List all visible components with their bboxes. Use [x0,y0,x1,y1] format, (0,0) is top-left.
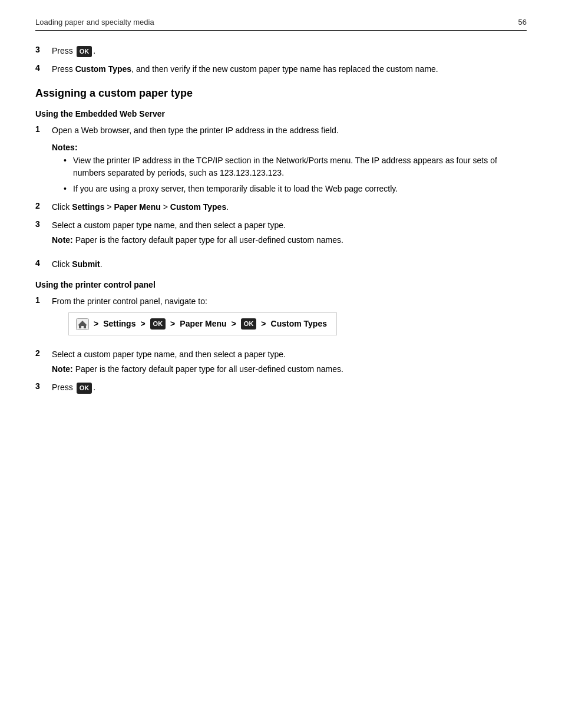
web-step-2-paper-menu: Paper Menu [114,202,160,212]
panel-step-2-note-label: Note: [52,364,73,374]
web-step-3-content: Select a custom paper type name, and the… [52,219,527,252]
web-step-2-custom-types: Custom Types [170,202,226,212]
panel-step-3-ok: OK [77,383,92,394]
step-3-top-content: Press OK. [52,45,527,57]
home-icon [76,318,89,330]
web-step-2-sep1: > [104,202,114,212]
panel-step-number-3: 3 [35,381,47,391]
step-3-top: 3 Press OK. [35,45,527,57]
subsection-control-panel: Using the printer control panel 1 From t… [35,280,527,394]
nav-sep-4: > [232,318,236,330]
step-4-top-content: Press Custom Types, and then verify if t… [52,63,527,75]
web-step-2: 2 Click Settings > Paper Menu > Custom T… [35,201,527,213]
web-step-2-content: Click Settings > Paper Menu > Custom Typ… [52,201,527,213]
web-step-4-submit: Submit [72,259,100,269]
web-step-3-note-text: Paper is the factory default paper type … [73,235,343,245]
web-step-2-click: Click [52,202,72,212]
web-step-number-3: 3 [35,219,47,229]
panel-step-1-text: From the printer control panel, navigate… [52,295,527,308]
page-container: Loading paper and specialty media 56 3 P… [0,0,562,423]
web-step-2-period: . [226,202,229,212]
nav-sep-3: > [170,318,175,330]
notes-label: Notes: [52,143,527,152]
web-step-number-1: 1 [35,124,47,134]
web-step-1: 1 Open a Web browser, and then type the … [35,124,527,137]
notes-section: Notes: View the printer IP address in th… [52,143,527,195]
panel-step-2-note-text: Paper is the factory default paper type … [73,364,343,374]
web-step-3-note-label: Note: [52,235,73,245]
page-header: Loading paper and specialty media 56 [35,18,527,31]
step-4-top: 4 Press Custom Types, and then verify if… [35,63,527,75]
step-number-4-top: 4 [35,63,47,73]
panel-step-number-1: 1 [35,295,47,305]
subsection-web-server: Using the Embedded Web Server 1 Open a W… [35,109,527,271]
section-heading: Assigning a custom paper type [35,87,527,100]
panel-step-2: 2 Select a custom paper type name, and t… [35,348,527,375]
panel-step-3-period: . [93,383,95,392]
web-step-3-text: Select a custom paper type name, and the… [52,219,527,232]
web-step-2-settings: Settings [72,202,104,212]
step-number-3-top: 3 [35,45,47,54]
web-step-4-period: . [100,259,103,269]
panel-step-2-content: Select a custom paper type name, and the… [52,348,527,375]
web-step-1-content: Open a Web browser, and then type the pr… [52,124,527,137]
nav-settings: Settings [103,318,135,330]
header-page-number: 56 [518,18,527,27]
step-3-top-press: Press [52,46,73,55]
web-step-4-content: Click Submit. [52,258,527,271]
note-item-1: View the printer IP address in the TCP/I… [64,154,527,179]
web-step-number-4: 4 [35,258,47,268]
nav-custom-types: Custom Types [271,318,327,330]
subsection-web-server-title: Using the Embedded Web Server [35,109,527,118]
nav-sep-2: > [140,318,145,330]
nav-path: > Settings > OK > Paper Menu > OK > Cust… [68,312,337,335]
web-step-2-sep2: > [161,202,170,212]
web-step-4-click: Click [52,259,72,269]
panel-step-number-2: 2 [35,348,47,358]
header-title: Loading paper and specialty media [35,18,154,27]
step-4-top-text-before: Press [52,64,75,74]
ok-badge-3-top: OK [77,46,92,57]
nav-sep-5: > [261,318,266,330]
nav-sep-1: > [94,318,98,330]
web-step-4: 4 Click Submit. [35,258,527,271]
step-4-top-bold: Custom Types [75,64,131,74]
nav-ok-1: OK [150,318,166,330]
web-step-3-note: Note: Paper is the factory default paper… [52,234,527,246]
subsection-control-panel-title: Using the printer control panel [35,280,527,289]
panel-step-1: 1 From the printer control panel, naviga… [35,295,527,342]
panel-step-3-content: Press OK. [52,381,527,394]
step-4-top-text-after: , and then verify if the new custom pape… [131,64,438,74]
notes-list: View the printer IP address in the TCP/I… [64,154,527,195]
panel-step-2-note: Note: Paper is the factory default paper… [52,363,527,375]
panel-step-1-content: From the printer control panel, navigate… [52,295,527,342]
panel-step-2-text: Select a custom paper type name, and the… [52,348,527,361]
nav-paper-menu: Paper Menu [180,318,226,330]
web-step-3: 3 Select a custom paper type name, and t… [35,219,527,252]
panel-step-3: 3 Press OK. [35,381,527,394]
note-item-2: If you are using a proxy server, then te… [64,183,527,195]
panel-step-3-press: Press [52,383,73,392]
nav-ok-2: OK [241,318,257,330]
step-3-top-period: . [93,46,95,55]
web-step-number-2: 2 [35,201,47,210]
